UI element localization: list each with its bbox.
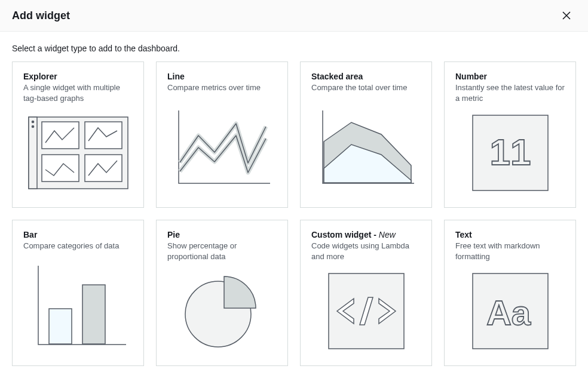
- card-title: Explorer: [23, 72, 133, 81]
- card-title-text: Custom widget -: [311, 230, 379, 239]
- widget-card-number[interactable]: Number Instantly see the latest value fo…: [444, 62, 576, 208]
- card-title: Bar: [23, 230, 133, 239]
- card-title: Number: [455, 72, 565, 81]
- card-title: Custom widget - New: [311, 230, 421, 239]
- stacked-area-icon: [311, 99, 421, 196]
- svg-rect-11: [82, 285, 105, 344]
- close-icon: [562, 11, 571, 20]
- svg-text:11: 11: [489, 131, 531, 173]
- svg-rect-10: [49, 309, 72, 344]
- widget-card-custom[interactable]: Custom widget - New Code widgets using L…: [300, 220, 432, 366]
- bar-chart-icon: [23, 257, 133, 355]
- explorer-icon: [23, 109, 133, 196]
- card-desc: Compare the total over time: [311, 82, 421, 93]
- svg-text:Aa: Aa: [486, 293, 531, 332]
- card-title: Text: [455, 230, 565, 239]
- widget-card-pie[interactable]: Pie Show percentage or proportional data: [156, 220, 288, 366]
- card-desc: Code widgets using Lambda and more: [311, 241, 421, 262]
- card-desc: Compare categories of data: [23, 241, 133, 251]
- code-icon: [311, 268, 421, 355]
- card-desc: A single widget with multiple tag-based …: [23, 82, 133, 103]
- text-icon: Aa: [455, 268, 565, 355]
- card-desc: Free text with markdown formatting: [455, 241, 565, 262]
- line-chart-icon: [167, 99, 277, 196]
- widget-card-stacked-area[interactable]: Stacked area Compare the total over time: [300, 62, 432, 208]
- card-desc: Instantly see the latest value for a met…: [455, 82, 565, 103]
- card-title: Pie: [167, 230, 277, 239]
- widget-card-bar[interactable]: Bar Compare categories of data: [12, 220, 144, 366]
- card-title: Stacked area: [311, 72, 421, 81]
- svg-rect-7: [85, 155, 122, 182]
- card-desc: Show percentage or proportional data: [167, 241, 277, 262]
- card-desc: Compare metrics over time: [167, 82, 277, 93]
- new-label: New: [379, 230, 396, 239]
- close-button[interactable]: [557, 8, 576, 23]
- svg-rect-4: [42, 122, 79, 149]
- widget-card-line[interactable]: Line Compare metrics over time: [156, 62, 288, 208]
- modal-body: Select a widget type to add to the dashb…: [0, 32, 588, 375]
- widget-card-text[interactable]: Text Free text with markdown formatting …: [444, 220, 576, 366]
- card-title: Line: [167, 72, 277, 81]
- svg-rect-6: [42, 155, 79, 182]
- pie-chart-icon: [167, 268, 277, 355]
- modal-title: Add widget: [12, 10, 70, 22]
- svg-point-2: [31, 120, 34, 123]
- instruction-text: Select a widget type to add to the dashb…: [12, 44, 576, 53]
- modal-header: Add widget: [0, 0, 588, 32]
- svg-point-3: [31, 125, 34, 128]
- number-icon: 11: [455, 109, 565, 196]
- svg-rect-5: [85, 122, 122, 149]
- widget-grid: Explorer A single widget with multiple t…: [12, 62, 576, 366]
- widget-card-explorer[interactable]: Explorer A single widget with multiple t…: [12, 62, 144, 208]
